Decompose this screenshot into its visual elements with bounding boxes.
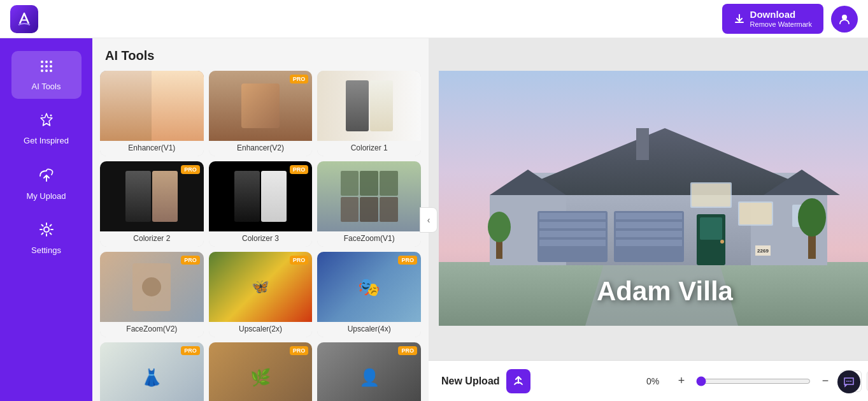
pro-badge: PRO: [290, 165, 309, 174]
tool-label: Colorizer 1: [317, 141, 421, 156]
svg-point-6: [50, 65, 52, 68]
main-layout: AI Tools Get Inspired My Upload: [0, 38, 868, 401]
chat-icon: [843, 375, 855, 388]
new-upload-label: New Upload: [441, 375, 500, 387]
tool-label: FaceZoom(V2): [100, 322, 204, 337]
pro-badge: PRO: [398, 256, 417, 265]
svg-point-8: [45, 69, 48, 72]
download-icon: [734, 13, 745, 25]
svg-point-4: [41, 65, 43, 68]
tool-card-facezoom-v2[interactable]: PRO FaceZoom(V2): [100, 252, 204, 337]
download-btn-title: Download: [750, 9, 796, 20]
pro-badge: PRO: [181, 165, 200, 174]
pro-badge: PRO: [181, 346, 200, 355]
sidebar-item-label: AI Tools: [31, 82, 60, 91]
new-upload-button[interactable]: New Upload: [441, 369, 530, 393]
user-icon: [838, 13, 851, 26]
pro-badge: PRO: [290, 256, 309, 265]
tool-card-upscaler4x[interactable]: 🎭 PRO Upscaler(4x): [317, 252, 421, 337]
svg-rect-29: [616, 213, 682, 219]
svg-point-1: [41, 61, 43, 63]
sidebar-item-ai-tools[interactable]: AI Tools: [11, 51, 82, 99]
tool-label: Enhancer(V2): [209, 141, 313, 156]
tool-card-upscaler2x[interactable]: 🦋 PRO Upscaler(2x): [209, 252, 313, 337]
zoom-controls: 0% + −: [646, 370, 868, 392]
sidebar-item-label: Get Inspired: [24, 136, 69, 145]
minus-icon: −: [822, 374, 829, 388]
download-btn-sub: Remove Watermark: [750, 20, 812, 29]
app-logo: [10, 5, 38, 33]
sidebar-item-my-upload[interactable]: My Upload: [11, 158, 82, 208]
zoom-minus-button[interactable]: −: [816, 372, 835, 391]
zoom-plus-button[interactable]: +: [672, 372, 691, 391]
svg-point-5: [45, 65, 48, 68]
header-right: Download Remove Watermark: [722, 4, 858, 34]
zoom-slider[interactable]: [696, 376, 811, 386]
collapse-icon: ‹: [427, 215, 430, 225]
ai-tools-icon: [39, 59, 54, 78]
sidebar-item-settings[interactable]: Settings: [11, 214, 82, 263]
sidebar-item-get-inspired[interactable]: Get Inspired: [11, 104, 82, 153]
chat-support-button[interactable]: [837, 370, 860, 393]
tool-card-facezoom-v1[interactable]: FaceZoom(V1): [317, 161, 421, 247]
tool-label: Colorizer 2: [100, 231, 204, 247]
svg-rect-39: [692, 184, 730, 207]
get-inspired-icon: [38, 112, 55, 132]
tool-card-enhancer-v1[interactable]: Enhancer(V1): [100, 71, 204, 156]
svg-point-48: [846, 381, 848, 382]
svg-point-0: [842, 15, 847, 20]
tool-card-row4b[interactable]: 🌿 PRO: [209, 342, 313, 401]
svg-rect-24: [539, 213, 606, 219]
tool-label: Enhancer(V1): [100, 141, 204, 156]
pro-badge: PRO: [398, 346, 417, 355]
svg-point-35: [720, 240, 724, 244]
svg-text:Adam Villa: Adam Villa: [597, 276, 734, 306]
svg-point-2: [45, 61, 48, 63]
pro-badge: PRO: [290, 346, 309, 355]
preview-house-image: 2269 Adam Villa: [439, 71, 868, 326]
tools-panel: AI Tools Enhancer(V1): [92, 38, 429, 401]
svg-point-10: [50, 115, 52, 117]
svg-rect-40: [739, 203, 772, 224]
pro-badge: PRO: [181, 256, 200, 265]
tool-card-enhancer-v2[interactable]: PRO Enhancer(V2): [209, 71, 313, 156]
svg-rect-34: [700, 217, 722, 240]
svg-point-11: [41, 115, 43, 116]
svg-point-50: [850, 381, 851, 382]
image-canvas: 2269 Adam Villa: [429, 38, 868, 360]
settings-icon: [38, 221, 55, 242]
tools-grid-wrapper: Enhancer(V1) PRO Enhancer(V2): [92, 71, 429, 401]
bottom-toolbar: New Upload 0% + −: [429, 360, 868, 401]
svg-rect-25: [539, 222, 606, 228]
sidebar: AI Tools Get Inspired My Upload: [0, 38, 92, 401]
svg-rect-30: [616, 222, 682, 228]
user-avatar-button[interactable]: [831, 6, 858, 33]
upload-icon-btn: [506, 369, 530, 393]
tool-card-row4c[interactable]: 👤 PRO: [317, 342, 421, 401]
tool-label: Upscaler(4x): [317, 322, 421, 337]
collapse-panel-button[interactable]: ‹: [420, 207, 438, 233]
svg-point-42: [798, 198, 826, 237]
tools-grid: Enhancer(V1) PRO Enhancer(V2): [100, 71, 421, 401]
tool-label: FaceZoom(V1): [317, 231, 421, 247]
sidebar-item-label: My Upload: [26, 191, 66, 201]
svg-point-49: [848, 381, 850, 382]
svg-rect-22: [636, 128, 649, 160]
pro-badge: PRO: [290, 75, 309, 84]
tool-card-row4a[interactable]: 👗 PRO: [100, 342, 204, 401]
preview-image-container: 2269 Adam Villa: [439, 71, 868, 328]
zoom-percent: 0%: [646, 376, 667, 386]
content-area: 2269 Adam Villa New Upload 0%: [429, 38, 868, 401]
tool-card-colorizer2[interactable]: PRO Colorizer 2: [100, 161, 204, 247]
tool-label: Upscaler(2x): [209, 322, 313, 337]
svg-rect-31: [616, 231, 682, 237]
download-button[interactable]: Download Remove Watermark: [722, 4, 823, 34]
tool-card-colorizer1[interactable]: Colorizer 1: [317, 71, 421, 156]
tool-card-colorizer3[interactable]: PRO Colorizer 3: [209, 161, 313, 247]
svg-point-3: [50, 61, 52, 63]
svg-point-7: [41, 69, 43, 72]
sidebar-item-label: Settings: [31, 245, 61, 255]
tools-panel-wrapper: AI Tools Enhancer(V1): [92, 38, 429, 401]
tools-panel-title: AI Tools: [92, 38, 429, 71]
svg-rect-26: [539, 231, 606, 237]
